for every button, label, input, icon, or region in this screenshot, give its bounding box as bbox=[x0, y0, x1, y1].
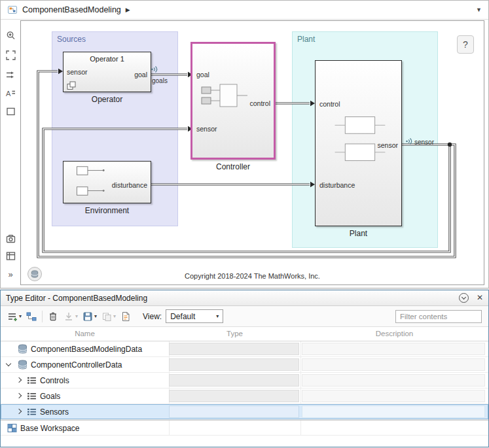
close-panel-button[interactable]: ✕ bbox=[477, 293, 483, 302]
breadcrumb: ComponentBasedModeling ▶ ▼ bbox=[1, 1, 488, 20]
type-cell[interactable] bbox=[169, 374, 299, 387]
type-editor-titlebar: Type Editor - ComponentBasedModeling ✕ bbox=[1, 290, 488, 306]
expand-palette-icon[interactable]: » bbox=[5, 269, 16, 281]
description-cell[interactable] bbox=[302, 374, 485, 387]
caret-down-icon: ▾ bbox=[75, 313, 78, 319]
annotation-icon[interactable]: A bbox=[5, 88, 16, 99]
export-icon bbox=[101, 311, 113, 322]
table-row-componentbasedmodelingdata[interactable]: ComponentBasedModelingData bbox=[1, 341, 488, 357]
screen: ComponentBasedModeling ▶ ▼ A bbox=[0, 0, 489, 448]
save-icon bbox=[82, 311, 94, 322]
caret-down-icon: ▾ bbox=[216, 313, 219, 319]
type-editor-title: Type Editor - ComponentBasedModeling bbox=[6, 294, 147, 303]
fit-to-view-icon[interactable] bbox=[5, 50, 16, 61]
description-cell[interactable] bbox=[302, 343, 485, 355]
type-cell[interactable] bbox=[169, 405, 299, 418]
insert-entry-button[interactable] bbox=[24, 309, 39, 324]
database-icon bbox=[18, 344, 27, 354]
environment-block[interactable]: disturbance bbox=[63, 161, 151, 203]
view-dropdown[interactable]: Default ▾ bbox=[166, 309, 223, 323]
row-name: Base Workspace bbox=[20, 424, 80, 433]
column-header-type[interactable]: Type bbox=[169, 330, 300, 337]
chevron-down-icon bbox=[462, 295, 466, 300]
sensor-logging-badge-icon[interactable] bbox=[405, 136, 413, 145]
import-icon bbox=[63, 311, 75, 322]
environment-block-caption: Environment bbox=[63, 206, 151, 215]
type-cell[interactable] bbox=[169, 358, 299, 371]
database-icon bbox=[31, 270, 39, 278]
breadcrumb-dropdown-icon[interactable]: ▼ bbox=[476, 7, 482, 13]
sensor-signal-label[interactable]: sensor bbox=[414, 139, 434, 146]
chevron-collapsed-icon[interactable] bbox=[16, 409, 22, 414]
type-cell[interactable] bbox=[169, 343, 299, 355]
description-cell[interactable] bbox=[302, 405, 485, 418]
description-cell[interactable] bbox=[302, 390, 485, 402]
operator-block-title: Operator 1 bbox=[63, 55, 151, 63]
environment-out-port-label: disturbance bbox=[112, 181, 147, 189]
row-name: Sensors bbox=[40, 407, 69, 417]
chevron-collapsed-icon[interactable] bbox=[16, 393, 22, 398]
plant-in-disturbance-port-label: disturbance bbox=[319, 181, 355, 189]
plant-in-control-port-label: control bbox=[319, 100, 340, 108]
controller-block[interactable]: goal sensor control bbox=[190, 42, 276, 160]
collapse-panel-button[interactable] bbox=[459, 293, 469, 303]
tool-palette: A » bbox=[1, 20, 20, 288]
table-row-base-workspace[interactable]: Base Workspace bbox=[1, 420, 488, 436]
column-header-name[interactable]: Name bbox=[1, 330, 169, 337]
type-editor-toolbar: ▾ ▾ ▾ ▾ View: bbox=[1, 306, 488, 327]
add-entry-button[interactable]: ▾ bbox=[5, 309, 23, 324]
report-button[interactable] bbox=[118, 309, 133, 324]
goals-signal-label[interactable]: goals bbox=[152, 77, 168, 84]
import-button[interactable]: ▾ bbox=[62, 309, 79, 324]
table-row-componentcontrollerdata[interactable]: ComponentControllerData bbox=[1, 357, 488, 373]
type-editor-panel: Type Editor - ComponentBasedModeling ✕ ▾… bbox=[0, 290, 489, 447]
copyright-annotation: Copyright 2018-2024 The MathWorks, Inc. bbox=[21, 272, 484, 280]
controller-in-sensor-port-label: sensor bbox=[196, 125, 217, 133]
model-data-table-icon[interactable] bbox=[5, 250, 16, 262]
caret-down-icon: ▾ bbox=[94, 313, 97, 319]
breadcrumb-model-name[interactable]: ComponentBasedModeling bbox=[22, 5, 121, 14]
model-data-badge[interactable] bbox=[27, 267, 42, 281]
chevron-collapsed-icon[interactable] bbox=[16, 377, 22, 383]
column-header-description[interactable]: Description bbox=[300, 330, 488, 337]
chevron-expanded-icon[interactable] bbox=[6, 361, 11, 366]
trash-icon bbox=[47, 311, 59, 322]
report-document-icon bbox=[120, 311, 132, 322]
type-cell[interactable] bbox=[169, 390, 299, 402]
model-canvas[interactable]: Sources Plant bbox=[20, 20, 484, 285]
goals-logging-badge-icon[interactable] bbox=[150, 64, 158, 73]
toolbar-separator bbox=[42, 311, 43, 322]
database-icon bbox=[18, 360, 27, 370]
caret-down-icon: ▾ bbox=[113, 313, 116, 319]
operator-out-port-label: goal bbox=[134, 71, 147, 78]
model-icon bbox=[7, 5, 18, 15]
export-button[interactable]: ▾ bbox=[100, 309, 117, 324]
bus-element-icon bbox=[27, 407, 37, 417]
plant-block[interactable]: control disturbance sensor bbox=[315, 60, 402, 226]
delete-button[interactable] bbox=[46, 309, 60, 324]
table-header: Name Type Description bbox=[1, 327, 488, 341]
row-name: ComponentControllerData bbox=[31, 360, 122, 370]
filter-input[interactable] bbox=[395, 310, 482, 323]
view-dropdown-value: Default bbox=[170, 312, 216, 321]
help-button[interactable]: ? bbox=[457, 35, 474, 54]
area-icon[interactable] bbox=[5, 106, 16, 118]
zoom-icon[interactable] bbox=[5, 30, 16, 42]
table-row-goals[interactable]: Goals bbox=[1, 388, 488, 404]
viewmark-icon[interactable] bbox=[5, 233, 16, 245]
table-body: ComponentBasedModelingData ComponentCont… bbox=[1, 341, 488, 436]
description-cell[interactable] bbox=[302, 358, 485, 371]
table-row-sensors[interactable]: Sensors bbox=[1, 404, 488, 420]
bus-element-icon bbox=[27, 391, 37, 401]
row-name: Controls bbox=[40, 376, 69, 385]
signal-arrows-icon[interactable] bbox=[5, 69, 16, 81]
operator-in-port-label: sensor bbox=[67, 68, 88, 76]
operator-block[interactable]: Operator 1 sensor goal bbox=[63, 52, 151, 92]
insert-entry-icon bbox=[26, 311, 37, 322]
breadcrumb-arrow-icon: ▶ bbox=[126, 7, 130, 13]
bus-element-icon bbox=[27, 375, 37, 385]
save-button[interactable]: ▾ bbox=[81, 309, 98, 324]
plant-out-port-label: sensor bbox=[377, 141, 398, 149]
row-name: ComponentBasedModelingData bbox=[31, 345, 142, 354]
table-row-controls[interactable]: Controls bbox=[1, 373, 488, 388]
